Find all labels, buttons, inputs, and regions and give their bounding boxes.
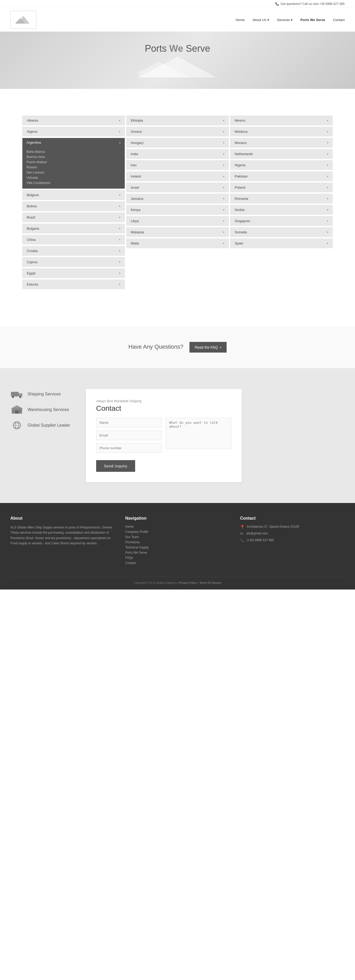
country-india[interactable]: India ▾	[126, 149, 229, 159]
country-nigeria[interactable]: Nigeria ▾	[230, 160, 333, 170]
country-estonia[interactable]: Estonia ▾	[22, 280, 125, 289]
city-buenos-aires[interactable]: Buenos Aires	[27, 154, 121, 159]
country-mexico[interactable]: Mexico ▾	[230, 116, 333, 125]
country-algeria[interactable]: Algeria ▾	[22, 127, 125, 137]
email-field[interactable]	[96, 431, 162, 440]
read-faq-button[interactable]: Read the FAQ ›	[189, 342, 227, 353]
country-serbia[interactable]: Serbia ▾	[230, 205, 333, 215]
city-bahia-blanca[interactable]: Bahia Blanca	[27, 149, 121, 154]
phone-field[interactable]	[96, 443, 162, 453]
country-col-3: Mexico ▾ Moldova ▾ Monaco ▾ Netherlands …	[229, 115, 333, 290]
chevron-down-icon: ▾	[327, 153, 328, 155]
form-subtitle: Always Best Worldwide Shipping	[96, 399, 231, 403]
country-brazil[interactable]: Brazil ▾	[22, 213, 125, 222]
message-field[interactable]	[166, 418, 231, 449]
country-china[interactable]: China ▾	[22, 235, 125, 245]
footer-grid: About ALS Global offers Ship Supply serv…	[10, 516, 345, 566]
country-argentina-header[interactable]: Argentina ▴	[22, 138, 125, 147]
country-monaco[interactable]: Monaco ▾	[230, 138, 333, 148]
country-iran[interactable]: Iran ▾	[126, 160, 229, 170]
chevron-down-icon: ▾	[223, 164, 224, 167]
nav-about[interactable]: About Us ▾	[252, 18, 269, 22]
country-moldova[interactable]: Moldova ▾	[230, 127, 333, 137]
footer-phone: 📞 (+30) 6986 627 685	[240, 538, 345, 542]
city-puerto-madryn[interactable]: Puerto Madryn	[27, 159, 121, 165]
country-argentina-expanded: Argentina ▴ Bahia Blanca Buenos Aires Pu…	[22, 138, 125, 189]
warehousing-icon	[10, 404, 23, 415]
footer-about-col: About ALS Global offers Ship Supply serv…	[10, 516, 115, 566]
country-israel[interactable]: Israel ▾	[126, 183, 229, 192]
privacy-policy-link[interactable]: Privacy Policy	[179, 581, 197, 584]
footer-link-technical[interactable]: Technical Supply	[125, 546, 230, 549]
country-malta[interactable]: Malta ▾	[126, 239, 229, 248]
chevron-down-icon: ▾	[327, 164, 328, 167]
country-greece[interactable]: Greece ▾	[126, 127, 229, 137]
country-kenya[interactable]: Kenya ▾	[126, 205, 229, 215]
nav-services[interactable]: Services ▾	[277, 18, 293, 22]
footer-link-home[interactable]: Home	[125, 525, 230, 528]
footer-bottom: Copyright © ALS Global Suppliers | Priva…	[10, 577, 345, 584]
city-villa-constitucion[interactable]: Villa Constitucion	[27, 180, 121, 186]
footer-link-company[interactable]: Company Profile	[125, 530, 230, 534]
country-singapore[interactable]: Singapore ▾	[230, 216, 333, 226]
country-hungary[interactable]: Hungary ▾	[126, 138, 229, 148]
chevron-down-icon: ▾	[119, 238, 120, 241]
svg-point-7	[19, 396, 21, 398]
chevron-down-icon: ▾	[223, 186, 224, 189]
global-icon	[10, 420, 23, 431]
send-inquiry-button[interactable]: Send Inquiry	[96, 460, 135, 472]
chevron-down-icon: ▾	[119, 283, 120, 286]
country-malaysia[interactable]: Malaysia ▾	[126, 228, 229, 237]
city-ushuaia[interactable]: Ushuaia	[27, 175, 121, 180]
footer-link-provisions[interactable]: Provisions	[125, 540, 230, 544]
main-nav: Home About Us ▾ Services ▾ Ports We Serv…	[236, 18, 345, 22]
country-belgium[interactable]: Belgium ▾	[22, 190, 125, 200]
country-bulgaria[interactable]: Bulgaria ▾	[22, 224, 125, 233]
terms-link[interactable]: Terms Of Service	[199, 581, 221, 584]
chevron-down-icon: ▾	[223, 220, 224, 223]
phone-icon: 📞	[240, 538, 245, 542]
chevron-down-icon: ▾	[119, 250, 120, 252]
phone-text: Got questions? Call us now +30 6986 627 …	[280, 2, 345, 6]
footer-about-title: About	[10, 516, 115, 521]
country-somalia[interactable]: Somalia ▾	[230, 228, 333, 237]
nav-home[interactable]: Home	[236, 18, 245, 22]
country-pakistan[interactable]: Pakistan ▾	[230, 172, 333, 181]
footer-link-contact[interactable]: Contact	[125, 561, 230, 565]
city-rosario[interactable]: Rosario	[27, 165, 121, 170]
country-albania[interactable]: Albania ▾	[22, 116, 125, 125]
nav-contact[interactable]: Contact	[333, 18, 345, 22]
chevron-down-icon: ▾	[223, 119, 224, 122]
country-ethiopia[interactable]: Ethiopia ▾	[126, 116, 229, 125]
city-san-lorenzo[interactable]: San Lorenzo	[27, 170, 121, 175]
chevron-up-icon: ▴	[119, 141, 121, 144]
chevron-down-icon: ▾	[223, 208, 224, 211]
logo[interactable]	[10, 11, 37, 29]
country-ireland[interactable]: Ireland ▾	[126, 172, 229, 181]
country-poland[interactable]: Poland ▾	[230, 183, 333, 192]
chevron-down-icon: ▾	[119, 216, 120, 219]
country-bolivia[interactable]: Bolivia ▾	[22, 201, 125, 211]
nav-ports[interactable]: Ports We Serve	[301, 18, 325, 22]
country-col-1: Albania ▾ Algeria ▾ Argentina ▴ Bahia Bl…	[22, 115, 126, 290]
footer-link-team[interactable]: Our Team	[125, 535, 230, 539]
country-romania[interactable]: Romania ▾	[230, 194, 333, 204]
country-grid: Albania ▾ Algeria ▾ Argentina ▴ Bahia Bl…	[22, 115, 333, 290]
country-egypt[interactable]: Egypt ▾	[22, 268, 125, 278]
country-croatia[interactable]: Croatia ▾	[22, 246, 125, 256]
chevron-down-icon: ▾	[119, 272, 120, 275]
footer-contact-col: Contact 📍 Archidamou 27, Sparta Greece 2…	[240, 516, 345, 566]
chevron-down-icon: ▾	[223, 231, 224, 234]
footer-link-ports[interactable]: Ports We Serve	[125, 551, 230, 554]
country-cyprus[interactable]: Cyprus ▾	[22, 257, 125, 267]
country-netherlands[interactable]: Netherlands ▾	[230, 149, 333, 159]
footer-link-faqs[interactable]: FAQs	[125, 556, 230, 560]
chevron-down-icon: ▾	[327, 231, 328, 234]
country-libya[interactable]: Libya ▾	[126, 216, 229, 226]
chevron-down-icon: ▾	[223, 197, 224, 200]
name-field[interactable]	[96, 418, 162, 427]
hero-title: Ports We Serve	[145, 43, 210, 54]
country-spain[interactable]: Spain ▾	[230, 239, 333, 248]
services-list: Shipping Services Warehousing Services	[10, 389, 70, 436]
country-jamaica[interactable]: Jamaica ▾	[126, 194, 229, 204]
